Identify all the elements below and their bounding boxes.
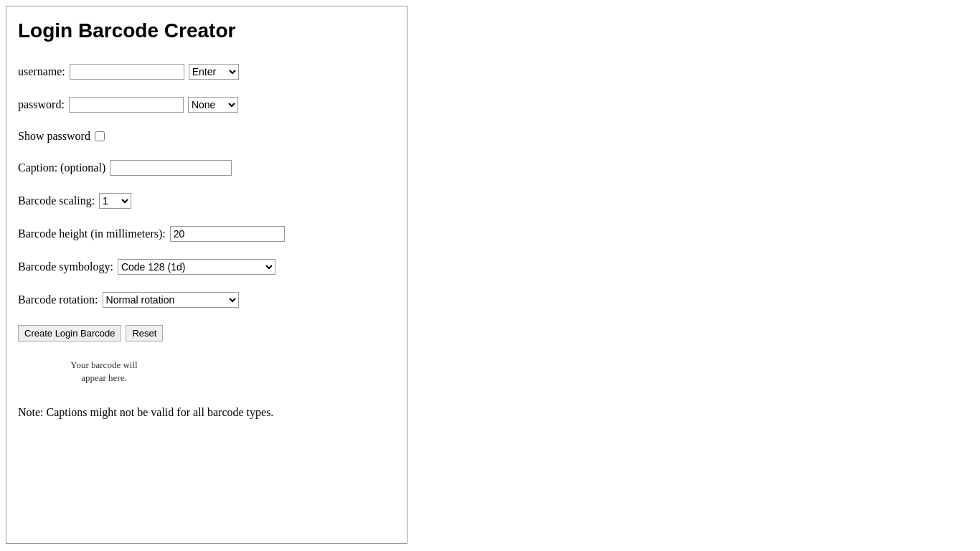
show-password-row: Show password bbox=[18, 130, 395, 143]
show-password-label: Show password bbox=[18, 130, 90, 143]
barcode-scaling-row: Barcode scaling: 1 2 3 bbox=[18, 193, 395, 209]
username-input[interactable] bbox=[70, 64, 184, 80]
password-input[interactable] bbox=[69, 97, 184, 113]
barcode-rotation-label: Barcode rotation: bbox=[18, 293, 98, 306]
username-enter-select[interactable]: Enter Tab bbox=[189, 64, 239, 80]
caption-row: Caption: (optional) bbox=[18, 160, 395, 176]
caption-label: Caption: (optional) bbox=[18, 161, 105, 174]
caption-input[interactable] bbox=[110, 160, 232, 176]
password-row: password: None Tab bbox=[18, 97, 395, 113]
reset-button[interactable]: Reset bbox=[126, 325, 163, 342]
barcode-preview: Your barcode will appear here. bbox=[61, 359, 147, 385]
preview-text-line2: appear here. bbox=[81, 372, 127, 383]
barcode-height-row: Barcode height (in millimeters): bbox=[18, 226, 395, 242]
barcode-symbology-row: Barcode symbology: Code 128 (1d) QR Code… bbox=[18, 259, 395, 275]
password-label: password: bbox=[18, 98, 65, 111]
main-container: Login Barcode Creator username: Enter Ta… bbox=[6, 6, 407, 544]
barcode-symbology-select[interactable]: Code 128 (1d) QR Code (2d) PDF417 (2d) D… bbox=[118, 259, 275, 275]
note-text: Note: Captions might not be valid for al… bbox=[18, 399, 395, 419]
barcode-scaling-select[interactable]: 1 2 3 bbox=[99, 193, 131, 209]
barcode-height-input[interactable] bbox=[170, 226, 285, 242]
button-row: Create Login Barcode Reset bbox=[18, 325, 395, 342]
username-row: username: Enter Tab bbox=[18, 64, 395, 80]
page-title: Login Barcode Creator bbox=[18, 19, 395, 42]
barcode-rotation-row: Barcode rotation: Normal rotation 90 deg… bbox=[18, 292, 395, 308]
password-none-select[interactable]: None Tab bbox=[188, 97, 238, 113]
barcode-symbology-label: Barcode symbology: bbox=[18, 260, 113, 273]
barcode-scaling-label: Barcode scaling: bbox=[18, 194, 95, 207]
barcode-rotation-select[interactable]: Normal rotation 90 degrees 180 degrees 2… bbox=[103, 292, 239, 308]
create-barcode-button[interactable]: Create Login Barcode bbox=[18, 325, 121, 342]
barcode-height-label: Barcode height (in millimeters): bbox=[18, 227, 166, 240]
preview-text-line1: Your barcode will bbox=[70, 359, 137, 370]
username-label: username: bbox=[18, 65, 65, 78]
show-password-checkbox[interactable] bbox=[95, 131, 105, 141]
